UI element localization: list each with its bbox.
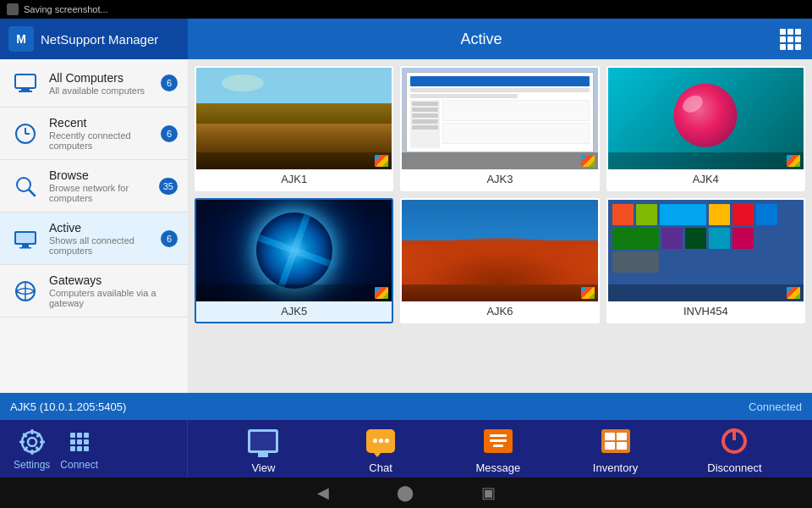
recent-sublabel: Recently connected computers	[49, 130, 161, 151]
computer-label-ajk3: AJK3	[486, 169, 513, 190]
app-title: NetSupport Manager	[41, 32, 158, 47]
message-label: Message	[475, 461, 520, 474]
toolbar-actions: View Chat	[188, 420, 812, 478]
status-bar-text: Saving screenshot...	[24, 4, 108, 14]
status-bar: Saving screenshot...	[0, 0, 812, 19]
recent-label: Recent	[49, 116, 161, 130]
recent-text: Recent Recently connected computers	[49, 116, 161, 151]
svg-rect-1	[21, 88, 30, 91]
active-icon	[10, 224, 41, 254]
inventory-icon	[597, 424, 634, 458]
back-button[interactable]: ◀	[317, 483, 329, 502]
computer-label-ajk5: AJK5	[281, 301, 307, 322]
active-label: Active	[49, 221, 161, 235]
toolbar-left: Settings Connect	[0, 420, 188, 478]
sidebar-item-gateways[interactable]: Gateways Computers available via a gatew…	[0, 265, 188, 318]
screen-ajk4	[608, 68, 804, 169]
computer-tile-ajk3[interactable]: AJK3	[400, 66, 599, 191]
gateways-icon	[10, 276, 41, 306]
browse-text: Browse Browse network for computers	[49, 168, 159, 203]
connect-button[interactable]: Connect	[60, 427, 98, 471]
all-computers-text: All Computers All available computers	[49, 71, 161, 96]
app-body: All Computers All available computers 6 …	[0, 59, 812, 393]
android-nav-bar: ◀ ⬤ ▣	[0, 478, 812, 508]
all-computers-sublabel: All available computers	[49, 86, 161, 96]
active-badge: 6	[161, 230, 178, 247]
app-logo: M	[8, 26, 34, 52]
sidebar-item-active[interactable]: Active Shows all connected computers 6	[0, 213, 188, 265]
active-sublabel: Shows all connected computers	[49, 235, 161, 256]
app-header: M NetSupport Manager Active	[0, 19, 812, 59]
screen-invh454	[608, 200, 804, 301]
computer-info: AJK5 (10.0.1.205:5405)	[10, 400, 126, 413]
view-icon	[244, 424, 282, 458]
connect-icon	[64, 427, 95, 457]
computer-tile-invh454[interactable]: INVH454	[606, 198, 805, 323]
screen-ajk3	[402, 68, 597, 169]
view-label: View	[251, 461, 275, 474]
svg-rect-19	[40, 441, 45, 444]
settings-label: Settings	[14, 459, 50, 471]
connection-status: Connected	[749, 400, 802, 413]
gateways-label: Gateways	[49, 273, 178, 287]
computer-tile-ajk5[interactable]: AJK5	[195, 198, 393, 323]
settings-icon	[17, 427, 47, 457]
all-computers-icon	[10, 68, 41, 98]
svg-rect-18	[19, 441, 25, 444]
browse-badge: 35	[159, 178, 178, 195]
sidebar-header: M NetSupport Manager	[0, 19, 188, 59]
screen-invh454-taskbar	[608, 284, 804, 301]
connection-status-bar: AJK5 (10.0.1.205:5405) Connected	[0, 393, 812, 420]
browse-sublabel: Browse network for computers	[49, 183, 159, 203]
computer-tile-ajk4[interactable]: AJK4	[606, 66, 805, 191]
message-button[interactable]: Message	[473, 424, 524, 474]
computers-grid: AJK1	[188, 59, 812, 393]
screen-ajk5	[196, 200, 392, 301]
all-computers-label: All Computers	[49, 71, 161, 85]
chat-label: Chat	[369, 461, 392, 474]
sidebar-item-all-computers[interactable]: All Computers All available computers 6	[0, 59, 188, 108]
computer-label-ajk6: AJK6	[486, 301, 513, 322]
screen-ajk1	[196, 68, 392, 169]
disconnect-icon	[716, 424, 753, 458]
recents-button[interactable]: ▣	[481, 483, 496, 502]
svg-rect-0	[15, 75, 36, 88]
screen-ajk6-taskbar	[402, 284, 597, 301]
settings-button[interactable]: Settings	[14, 427, 50, 471]
chat-icon	[362, 424, 399, 458]
computer-label-ajk4: AJK4	[693, 169, 719, 190]
svg-point-14	[28, 438, 36, 446]
sidebar-item-recent[interactable]: Recent Recently connected computers 6	[0, 108, 188, 160]
view-button[interactable]: View	[238, 424, 288, 474]
connect-label: Connect	[60, 459, 98, 471]
chat-button[interactable]: Chat	[355, 424, 406, 474]
computer-tile-ajk1[interactable]: AJK1	[195, 66, 393, 191]
active-text: Active Shows all connected computers	[49, 221, 161, 256]
computer-label-ajk1: AJK1	[281, 169, 307, 190]
home-button[interactable]: ⬤	[397, 483, 414, 502]
screen-ajk3-taskbar	[402, 152, 597, 169]
computer-tile-ajk6[interactable]: AJK6	[400, 198, 599, 323]
all-computers-badge: 6	[161, 75, 178, 91]
disconnect-label: Disconnect	[707, 461, 761, 474]
recent-badge: 6	[161, 125, 178, 142]
screen-ajk5-taskbar	[196, 284, 392, 301]
message-icon	[480, 424, 517, 458]
browse-label: Browse	[49, 168, 159, 182]
svg-rect-16	[30, 429, 33, 434]
grid-view-button[interactable]	[775, 24, 805, 54]
gateways-sublabel: Computers available via a gateway	[49, 288, 178, 308]
disconnect-button[interactable]: Disconnect	[707, 424, 761, 474]
screen-ajk1-taskbar	[196, 152, 392, 169]
svg-rect-9	[22, 245, 29, 247]
svg-rect-10	[19, 247, 31, 249]
inventory-button[interactable]: Inventory	[590, 424, 641, 474]
browse-icon	[10, 171, 41, 202]
gateways-text: Gateways Computers available via a gatew…	[49, 273, 178, 308]
bottom-toolbar: Settings Connect	[0, 420, 812, 478]
computer-label-invh454: INVH454	[683, 301, 728, 322]
svg-rect-2	[19, 91, 32, 92]
sidebar-item-browse[interactable]: Browse Browse network for computers 35	[0, 160, 188, 213]
screenshot-icon	[7, 3, 19, 15]
svg-rect-17	[30, 450, 33, 455]
